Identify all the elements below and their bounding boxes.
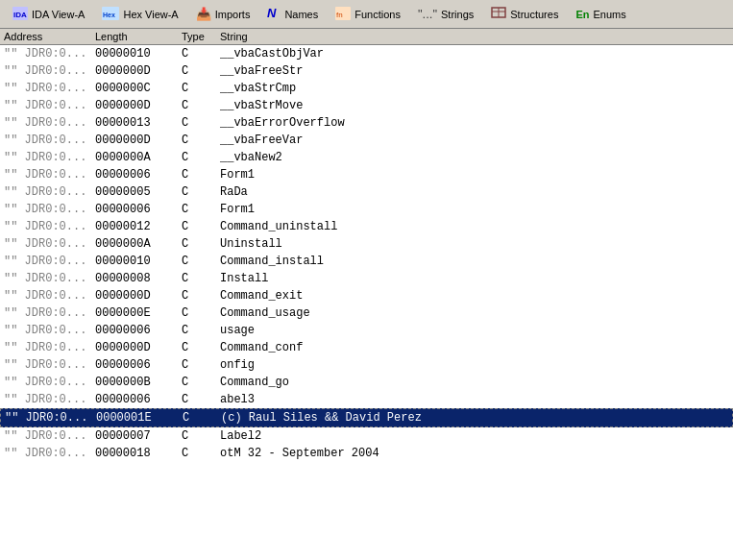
- cell-address: "" JDR0:0...: [4, 149, 95, 166]
- svg-text:fn: fn: [336, 11, 343, 19]
- tab-enums[interactable]: EnEnums: [567, 6, 634, 23]
- cell-string: __vbaFreeVar: [220, 132, 729, 149]
- table-row[interactable]: "" JDR0:0...00000010CCommand_install: [0, 253, 733, 270]
- functions-label: Functions: [354, 9, 401, 20]
- cell-length: 00000005: [95, 183, 182, 201]
- cell-type: C: [182, 253, 220, 270]
- cell-type: C: [182, 62, 220, 80]
- cell-type: C: [182, 356, 220, 374]
- cell-address: "" JDR0:0...: [4, 166, 95, 183]
- cell-address: "" JDR0:0...: [4, 253, 95, 270]
- imports-icon: 📥: [196, 7, 211, 21]
- cell-type: C: [182, 391, 220, 408]
- table-row[interactable]: "" JDR0:0...00000013C__vbaErrorOverflow: [0, 114, 733, 132]
- tab-functions[interactable]: fnFunctions: [327, 4, 409, 25]
- strings-icon: "...": [418, 7, 437, 21]
- cell-type: C: [182, 427, 220, 445]
- col-header-string: String: [220, 31, 729, 42]
- cell-address: "" JDR0:0...: [4, 287, 95, 304]
- table-row[interactable]: "" JDR0:0...0000000DC__vbaFreeStr: [0, 62, 733, 80]
- table-row[interactable]: "" JDR0:0...0000000AC__vbaNew2: [0, 149, 733, 166]
- cell-address: "" JDR0:0...: [4, 445, 95, 462]
- cell-length: 00000007: [95, 427, 182, 445]
- main-content: Address Length Type String "" JDR0:0...0…: [0, 29, 733, 560]
- cell-string: (c) Raul Siles && David Perez: [221, 409, 728, 426]
- table-row[interactable]: "" JDR0:0...00000005CRaDa: [0, 183, 733, 201]
- table-body[interactable]: "" JDR0:0...00000010C__vbaCastObjVar"" J…: [0, 45, 733, 560]
- cell-type: C: [182, 97, 220, 114]
- cell-string: Form1: [220, 201, 729, 218]
- cell-address: "" JDR0:0...: [4, 235, 95, 253]
- structures-label: Structures: [510, 9, 558, 20]
- cell-string: Command_exit: [220, 287, 729, 304]
- table-row[interactable]: "" JDR0:0...0000000DC__vbaFreeVar: [0, 132, 733, 149]
- cell-string: otM 32 - September 2004: [220, 445, 729, 462]
- cell-address: "" JDR0:0...: [4, 218, 95, 235]
- functions-icon: fn: [335, 7, 351, 22]
- toolbar: IDAIDA View-AHexHex View-A📥ImportsNNames…: [0, 0, 733, 29]
- table-row[interactable]: "" JDR0:0...00000006CForm1: [0, 201, 733, 218]
- cell-address: "" JDR0:0...: [4, 339, 95, 356]
- table-row[interactable]: "" JDR0:0...00000010C__vbaCastObjVar: [0, 45, 733, 62]
- tab-names[interactable]: NNames: [258, 3, 327, 25]
- cell-length: 00000006: [95, 356, 182, 374]
- cell-type: C: [182, 149, 220, 166]
- cell-string: __vbaStrMove: [220, 97, 729, 114]
- cell-address: "" JDR0:0...: [5, 409, 96, 426]
- table-row[interactable]: "" JDR0:0...00000018CotM 32 - September …: [0, 445, 733, 462]
- table-row[interactable]: "" JDR0:0...00000007CLabel2: [0, 427, 733, 445]
- cell-length: 00000018: [95, 445, 182, 462]
- tab-structures[interactable]: Structures: [482, 3, 567, 25]
- cell-string: usage: [220, 322, 729, 339]
- cell-type: C: [182, 445, 220, 462]
- cell-length: 00000010: [95, 45, 182, 62]
- cell-string: onfig: [220, 356, 729, 374]
- cell-address: "" JDR0:0...: [4, 114, 95, 132]
- cell-string: Command_go: [220, 374, 729, 391]
- strings-label: Strings: [441, 9, 474, 20]
- cell-length: 00000012: [95, 218, 182, 235]
- cell-length: 0000000C: [95, 80, 182, 97]
- tab-ida-view[interactable]: IDAIDA View-A: [4, 4, 93, 25]
- table-row[interactable]: "" JDR0:0...0000000DC__vbaStrMove: [0, 97, 733, 114]
- cell-length: 00000006: [95, 391, 182, 408]
- table-row[interactable]: "" JDR0:0...0000001EC(c) Raul Siles && D…: [0, 408, 733, 427]
- cell-string: __vbaFreeStr: [220, 62, 729, 80]
- table-row[interactable]: "" JDR0:0...0000000CC__vbaStrCmp: [0, 80, 733, 97]
- table-row[interactable]: "" JDR0:0...00000006Cusage: [0, 322, 733, 339]
- table-row[interactable]: "" JDR0:0...00000012CCommand_uninstall: [0, 218, 733, 235]
- table-row[interactable]: "" JDR0:0...00000006Cabel3: [0, 391, 733, 408]
- table-row[interactable]: "" JDR0:0...00000006Config: [0, 356, 733, 374]
- ida-view-icon: IDA: [12, 7, 28, 22]
- cell-address: "" JDR0:0...: [4, 62, 95, 80]
- cell-length: 00000006: [95, 201, 182, 218]
- cell-address: "" JDR0:0...: [4, 201, 95, 218]
- cell-length: 0000000B: [95, 374, 182, 391]
- table-row[interactable]: "" JDR0:0...0000000BCCommand_go: [0, 374, 733, 391]
- cell-type: C: [182, 374, 220, 391]
- table-row[interactable]: "" JDR0:0...0000000DCCommand_exit: [0, 287, 733, 304]
- cell-address: "" JDR0:0...: [4, 356, 95, 374]
- table-row[interactable]: "" JDR0:0...0000000DCCommand_conf: [0, 339, 733, 356]
- cell-string: RaDa: [220, 183, 729, 201]
- table-row[interactable]: "" JDR0:0...00000006CForm1: [0, 166, 733, 183]
- cell-string: Install: [220, 270, 729, 287]
- col-header-address: Address: [4, 31, 95, 42]
- tab-hex-view[interactable]: HexHex View-A: [93, 4, 186, 25]
- cell-address: "" JDR0:0...: [4, 374, 95, 391]
- cell-type: C: [182, 287, 220, 304]
- cell-string: Form1: [220, 166, 729, 183]
- cell-address: "" JDR0:0...: [4, 427, 95, 445]
- cell-length: 0000000D: [95, 132, 182, 149]
- tab-imports[interactable]: 📥Imports: [187, 4, 259, 24]
- cell-address: "" JDR0:0...: [4, 304, 95, 322]
- cell-address: "" JDR0:0...: [4, 45, 95, 62]
- cell-address: "" JDR0:0...: [4, 183, 95, 201]
- table-row[interactable]: "" JDR0:0...0000000ECCommand_usage: [0, 304, 733, 322]
- cell-type: C: [182, 132, 220, 149]
- table-row[interactable]: "" JDR0:0...00000008CInstall: [0, 270, 733, 287]
- cell-type: C: [182, 339, 220, 356]
- tab-strings[interactable]: "..."Strings: [409, 4, 482, 24]
- cell-address: "" JDR0:0...: [4, 97, 95, 114]
- table-row[interactable]: "" JDR0:0...0000000ACUninstall: [0, 235, 733, 253]
